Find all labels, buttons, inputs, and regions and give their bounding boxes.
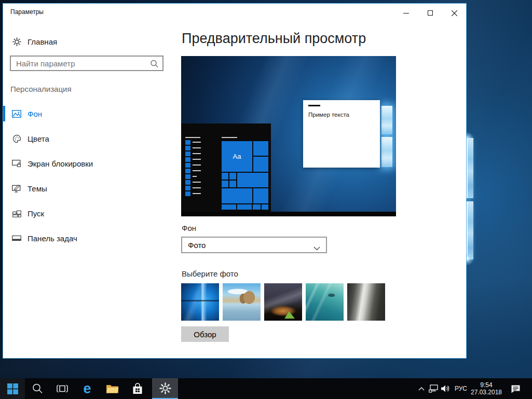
lock-screen-icon xyxy=(12,159,21,168)
sidebar-item-label: Темы xyxy=(28,184,47,193)
wallpaper-windows-logo-edge xyxy=(467,136,473,260)
settings-search-box[interactable] xyxy=(10,56,163,71)
action-center-icon xyxy=(511,384,521,393)
placeholder-line xyxy=(185,137,200,138)
sidebar-item-lock-screen[interactable]: Экран блокировки xyxy=(3,156,174,171)
preview-start-menu: Aa xyxy=(181,123,271,212)
titlebar[interactable]: Параметры xyxy=(3,4,466,20)
sidebar-item-colors[interactable]: Цвета xyxy=(3,131,174,146)
logo-pane xyxy=(467,138,473,198)
sidebar-item-label: Экран блокировки xyxy=(28,159,93,168)
volume-tray-button[interactable] xyxy=(439,378,452,399)
task-view-icon xyxy=(56,383,69,394)
minimize-button[interactable] xyxy=(397,7,415,19)
start-tile xyxy=(229,173,236,180)
windows-logo-icon xyxy=(7,383,18,394)
browse-button[interactable]: Обзор xyxy=(181,326,229,342)
taskbar: e РУС 9:54 27.03.2018 1 xyxy=(0,378,532,399)
sidebar-item-home[interactable]: Главная xyxy=(3,34,174,49)
choose-photo-label: Выберите фото xyxy=(182,269,238,278)
start-button[interactable] xyxy=(0,378,25,399)
placeholder-line xyxy=(193,164,201,166)
start-tile xyxy=(262,204,268,210)
preview-sample-window: Пример текста xyxy=(303,100,380,168)
app-tile xyxy=(185,152,190,156)
placeholder-line xyxy=(193,187,201,188)
photo-thumbnail-cliff[interactable] xyxy=(347,283,385,321)
sidebar-section-label: Персонализация xyxy=(10,85,72,93)
start-tile xyxy=(253,157,268,172)
taskbar-search-button[interactable] xyxy=(25,378,50,399)
photo-thumbnail-underwater[interactable] xyxy=(306,283,344,321)
sidebar-item-taskbar[interactable]: Панель задач xyxy=(3,230,174,246)
placeholder-line xyxy=(193,142,201,143)
close-button[interactable] xyxy=(445,7,463,19)
photo-thumbnail-beach[interactable] xyxy=(223,283,261,321)
dropdown-selected-value: Фото xyxy=(188,241,206,250)
app-tile xyxy=(185,180,190,185)
sample-title-placeholder xyxy=(308,105,320,106)
task-view-button[interactable] xyxy=(50,378,75,399)
app-tile xyxy=(185,157,190,162)
placeholder-line xyxy=(193,147,201,148)
start-tile xyxy=(229,181,236,187)
store-bag-icon xyxy=(132,383,143,395)
start-tile xyxy=(253,204,261,210)
settings-app-button-active[interactable] xyxy=(152,378,178,399)
search-icon[interactable] xyxy=(149,59,159,71)
page-title: Предварительный просмотр xyxy=(182,31,366,47)
maximize-icon xyxy=(428,10,433,16)
photo-thumbnail-night-tent[interactable] xyxy=(264,283,302,321)
themes-icon xyxy=(12,184,21,193)
background-type-dropdown[interactable]: Фото xyxy=(181,237,327,253)
speaker-icon xyxy=(441,384,450,393)
placeholder-line xyxy=(193,153,201,154)
gear-icon xyxy=(159,382,171,394)
photo-thumbnail-windows-hero[interactable] xyxy=(181,283,219,321)
start-tile xyxy=(253,188,268,203)
desktop: Параметры Главная Персонализация xyxy=(0,0,532,399)
app-tile xyxy=(185,169,190,173)
action-center-button[interactable] xyxy=(507,378,524,399)
language-indicator[interactable]: РУС xyxy=(453,378,469,399)
preview-font-tile: Aa xyxy=(222,141,252,172)
folder-icon xyxy=(106,383,119,394)
start-tile xyxy=(237,204,252,210)
sidebar-item-label: Панель задач xyxy=(28,234,77,243)
network-tray-button[interactable] xyxy=(428,378,439,399)
image-icon xyxy=(12,109,21,118)
sidebar-item-background[interactable]: Фон xyxy=(3,106,174,121)
edge-browser-button[interactable]: e xyxy=(75,378,100,399)
edge-icon: e xyxy=(83,379,91,398)
sidebar-item-start[interactable]: Пуск xyxy=(3,205,174,221)
placeholder-line xyxy=(193,182,201,183)
preview-windows-logo xyxy=(381,137,392,167)
app-tile xyxy=(185,140,190,145)
file-explorer-button[interactable] xyxy=(100,378,125,399)
clock[interactable]: 9:54 27.03.2018 xyxy=(469,378,503,399)
minimize-icon xyxy=(403,13,409,13)
placeholder-line xyxy=(193,193,201,194)
app-tile xyxy=(185,146,190,150)
maximize-button[interactable] xyxy=(421,7,439,19)
gear-icon xyxy=(12,37,21,46)
sidebar-item-label: Цвета xyxy=(28,134,49,143)
search-input[interactable] xyxy=(11,57,162,70)
show-hidden-icons-button[interactable] xyxy=(415,378,428,399)
background-dropdown-label: Фон xyxy=(182,224,196,232)
start-tile xyxy=(253,141,268,156)
palette-icon xyxy=(12,134,21,143)
close-icon xyxy=(452,10,457,16)
chevron-down-icon xyxy=(313,243,320,253)
start-tile xyxy=(237,173,268,187)
preview-taskbar xyxy=(181,212,396,216)
search-icon xyxy=(32,383,43,394)
taskbar-icon xyxy=(12,233,21,243)
network-icon xyxy=(429,384,438,393)
sample-text: Пример текста xyxy=(308,112,349,118)
photo-thumbnails xyxy=(181,283,385,321)
app-tile xyxy=(185,174,190,179)
store-button[interactable] xyxy=(125,378,151,399)
placeholder-line xyxy=(193,176,197,177)
sidebar-item-themes[interactable]: Темы xyxy=(3,181,174,196)
